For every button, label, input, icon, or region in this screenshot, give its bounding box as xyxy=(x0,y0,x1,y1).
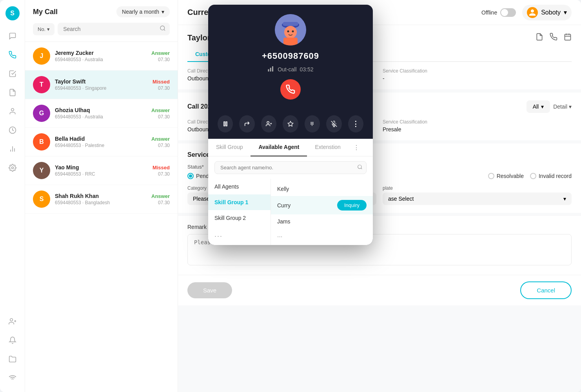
group-more[interactable]: ... xyxy=(208,226,271,243)
call-info: Jeremy Zucker 6594480553 · Australia xyxy=(55,50,147,62)
svg-rect-23 xyxy=(283,38,298,45)
template-label: plate xyxy=(383,185,572,191)
nav-chat-icon[interactable] xyxy=(5,28,20,44)
nav-settings-icon[interactable] xyxy=(5,160,20,176)
nav-add-user-icon[interactable] xyxy=(5,314,20,329)
all-filter[interactable]: All ▾ xyxy=(527,100,550,113)
inquiry-button[interactable]: Inquiry xyxy=(337,200,367,211)
calendar-icon[interactable] xyxy=(564,33,572,42)
offline-toggle: Offline xyxy=(481,8,516,17)
resolvable-radio xyxy=(488,173,494,179)
available-agent-tab[interactable]: Available Agent xyxy=(251,139,307,156)
add-person-button[interactable] xyxy=(261,115,276,132)
status-toggle-switch[interactable] xyxy=(500,8,516,17)
call-status: Answer 07.30 xyxy=(151,136,170,148)
star-button[interactable] xyxy=(283,115,298,132)
nav-tasks-icon[interactable] xyxy=(5,66,20,82)
service-class-label2: Service Classification xyxy=(383,119,572,125)
call-status: Answer 07.30 xyxy=(151,50,170,62)
agent-curry[interactable]: Curry Inquiry xyxy=(271,196,373,214)
nav-orders-icon[interactable] xyxy=(5,85,20,100)
svg-point-41 xyxy=(313,124,314,125)
status-resolvable[interactable]: Resolvable xyxy=(488,173,524,179)
nav-phone-icon[interactable] xyxy=(5,47,20,63)
left-panel: My Call Nearly a month ▾ No. ▾ xyxy=(25,0,178,392)
agent-kelly[interactable]: Kelly xyxy=(271,182,373,196)
template-placeholder: ase Select xyxy=(388,196,414,202)
call-item[interactable]: J Jeremy Zucker 6594480553 · Australia A… xyxy=(25,42,178,71)
search-input[interactable] xyxy=(58,23,170,35)
call-item[interactable]: Y Yao Ming 6594480553 · RRC Missed 07.30 xyxy=(25,156,178,185)
all-filter-chevron-icon: ▾ xyxy=(541,103,544,110)
signal-icon xyxy=(267,65,274,74)
call-type-label: Out-call xyxy=(278,66,296,73)
svg-point-21 xyxy=(287,31,289,33)
extension-tab[interactable]: Extenstion xyxy=(307,139,348,156)
svg-point-38 xyxy=(313,123,314,124)
transfer-panel: Skill Group Available Agent Extenstion ⋮… xyxy=(208,139,373,245)
call-item[interactable]: T Taylor Swift 6594480553 · Singapore Mi… xyxy=(25,71,178,99)
call-modal: +6500987609 Out-call 03:52 xyxy=(208,5,373,245)
call-name: Jeremy Zucker xyxy=(55,50,147,56)
cancel-button[interactable]: Cancel xyxy=(520,281,572,299)
status-invalid[interactable]: Invalid record xyxy=(530,173,572,179)
call-item[interactable]: S Shah Rukh Khan 6594480553 · Bangladesh… xyxy=(25,185,178,214)
end-call-button[interactable] xyxy=(280,79,301,100)
forward-button[interactable] xyxy=(239,115,254,132)
call-time: 07.30 xyxy=(151,57,170,62)
user-menu[interactable]: Soboty ▾ xyxy=(522,5,572,20)
call-info: Ghozia Ulhaq 6594480553 · Australia xyxy=(55,107,147,120)
group-skill-1[interactable]: Skill Group 1 xyxy=(208,194,271,210)
agent-name-curry: Curry xyxy=(277,202,290,209)
nav-analytics-icon[interactable] xyxy=(5,141,20,157)
call-controls: ⋮ xyxy=(208,109,373,139)
svg-point-39 xyxy=(311,124,312,125)
save-button[interactable]: Save xyxy=(187,282,232,298)
search-filter-dropdown[interactable]: No. ▾ xyxy=(33,23,54,35)
period-chevron-icon: ▾ xyxy=(162,9,164,15)
call-modal-top: +6500987609 Out-call 03:52 xyxy=(208,5,373,109)
group-all-agents[interactable]: All Agents xyxy=(208,179,271,194)
skill-group-tab[interactable]: Skill Group xyxy=(208,139,251,156)
call-status: Answer 07.30 xyxy=(151,107,170,120)
call-time: 07.30 xyxy=(153,85,170,91)
call-status: Missed 07.30 xyxy=(153,165,170,177)
call-item[interactable]: G Ghozia Ulhaq 6594480553 · Australia An… xyxy=(25,99,178,128)
pause-button[interactable] xyxy=(218,115,233,132)
call-time: 07.30 xyxy=(153,171,170,177)
nav-folder-icon[interactable] xyxy=(5,351,20,367)
detail-link[interactable]: Detail ▾ xyxy=(553,103,572,110)
nav-contacts-icon[interactable] xyxy=(5,103,20,119)
caller-avatar xyxy=(275,14,306,45)
svg-rect-27 xyxy=(224,122,225,126)
service-class-label: Service Classification xyxy=(383,68,572,74)
nav-bell-icon[interactable] xyxy=(5,332,20,348)
call-status-bar: Out-call 03:52 xyxy=(267,65,313,74)
call-item[interactable]: B Bella Hadid 6594480553 · Palestine Ans… xyxy=(25,128,178,156)
svg-rect-26 xyxy=(272,66,273,72)
agent-name-kelly: Kelly xyxy=(277,186,289,192)
invalid-label: Invalid record xyxy=(539,173,572,179)
call-name: Ghozia Ulhaq xyxy=(55,107,147,113)
nav-history-icon[interactable] xyxy=(5,122,20,138)
mute-button[interactable] xyxy=(326,115,341,132)
status-badge: Answer xyxy=(151,50,170,56)
agent-groups: All Agents Skill Group 1 Skill Group 2 .… xyxy=(208,179,373,245)
service-class-value2: Presale xyxy=(383,126,572,132)
period-selector[interactable]: Nearly a month ▾ xyxy=(116,6,170,17)
template-select[interactable]: ase Select ▾ xyxy=(383,192,572,205)
keypad-button[interactable] xyxy=(305,115,320,132)
transfer-more-icon[interactable]: ⋮ xyxy=(349,139,364,156)
agent-jams[interactable]: Jams xyxy=(271,214,373,229)
status-badge: Answer xyxy=(151,107,170,113)
nav-wifi-icon[interactable] xyxy=(5,370,20,386)
service-class-value: - xyxy=(383,75,572,82)
phone-icon[interactable] xyxy=(550,33,557,42)
all-filter-label: All xyxy=(533,103,539,110)
group-skill-2[interactable]: Skill Group 2 xyxy=(208,210,271,226)
note-icon[interactable] xyxy=(536,33,543,42)
agents-more: ... xyxy=(271,229,373,242)
agent-search-input[interactable] xyxy=(214,161,367,174)
left-panel-header: My Call Nearly a month ▾ No. ▾ xyxy=(25,0,178,42)
more-button[interactable]: ⋮ xyxy=(348,115,363,132)
